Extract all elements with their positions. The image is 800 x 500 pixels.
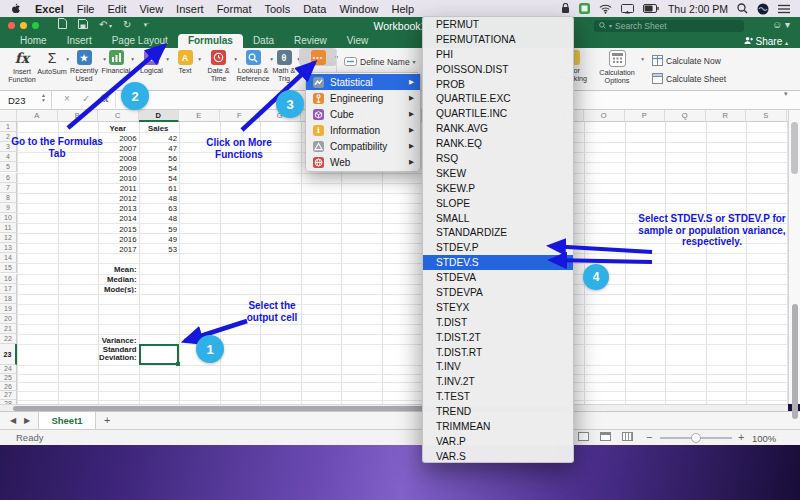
row-header-14[interactable]: 14 — [0, 253, 17, 263]
function-item-trimmean[interactable]: TRIMMEAN — [423, 419, 573, 434]
menu-item-web[interactable]: Web▶ — [306, 154, 420, 170]
menu-item-engineering[interactable]: Engineering▶ — [306, 90, 420, 106]
financial-button[interactable]: ▾Financial — [99, 50, 133, 75]
function-item-t-test[interactable]: T.TEST — [423, 389, 573, 404]
zoom-window-button[interactable] — [32, 22, 39, 29]
cell-c3[interactable]: 2007 — [99, 144, 137, 152]
cell-c13[interactable]: 2017 — [99, 245, 137, 253]
row-header-15[interactable]: 15 — [0, 263, 17, 273]
wifi-icon[interactable] — [599, 4, 612, 14]
column-header-b[interactable]: B — [58, 110, 99, 122]
row-header-6[interactable]: 6 — [0, 173, 17, 183]
tab-view[interactable]: View — [337, 34, 379, 48]
function-item-var-s[interactable]: VAR.S — [423, 449, 573, 463]
date-time-button[interactable]: ▾Date & Time — [201, 50, 236, 83]
calculate-sheet-button[interactable]: Calculate Sheet — [652, 73, 726, 84]
row-header-4[interactable]: 4 — [0, 152, 17, 162]
selected-cell-d23[interactable] — [139, 344, 180, 365]
lookup-reference-button[interactable]: ▾Lookup & Reference — [234, 50, 272, 83]
function-item-permutationa[interactable]: PERMUTATIONA — [423, 32, 573, 47]
insert-function-fx-icon[interactable]: fx — [99, 93, 108, 104]
menu-tools[interactable]: Tools — [264, 3, 290, 15]
row-header-1[interactable]: 1 — [0, 122, 17, 132]
logical-button[interactable]: ?▾Logical — [135, 50, 168, 75]
cell-c2[interactable]: 2006 — [99, 134, 137, 142]
cell-d1[interactable]: Sales — [140, 124, 178, 132]
prev-sheet-icon[interactable]: ◀ — [10, 416, 16, 425]
function-item-t-dist-rt[interactable]: T.DIST.RT — [423, 345, 573, 360]
select-all-corner[interactable] — [0, 110, 17, 122]
function-item-t-dist-2t[interactable]: T.DIST.2T — [423, 330, 573, 345]
menu-item-cube[interactable]: Cube▶ — [306, 106, 420, 122]
column-header-e[interactable]: E — [179, 110, 220, 122]
row-header-11[interactable]: 11 — [0, 223, 17, 233]
siri-icon[interactable] — [757, 3, 769, 15]
menu-insert[interactable]: Insert — [176, 3, 204, 15]
add-sheet-button[interactable]: + — [104, 414, 110, 426]
row-header-19[interactable]: 19 — [0, 304, 17, 314]
function-item-t-dist[interactable]: T.DIST — [423, 315, 573, 330]
row-header-27[interactable]: 27 — [0, 391, 17, 400]
column-header-q[interactable]: Q — [665, 110, 706, 122]
tab-review[interactable]: Review — [284, 34, 337, 48]
cell-c8[interactable]: 2012 — [99, 194, 137, 202]
cell-d9[interactable]: 63 — [140, 204, 178, 212]
tab-formulas[interactable]: Formulas — [178, 34, 243, 48]
notification-center-icon[interactable] — [778, 4, 790, 14]
display-icon[interactable] — [621, 4, 634, 14]
sheet-tab-sheet1[interactable]: Sheet1 — [38, 412, 96, 429]
apple-icon[interactable] — [10, 2, 21, 15]
row-header-17[interactable]: 17 — [0, 284, 17, 294]
row-header-2[interactable]: 2 — [0, 132, 17, 142]
column-header-p[interactable]: P — [625, 110, 666, 122]
row-header-8[interactable]: 8 — [0, 193, 17, 203]
row-header-16[interactable]: 16 — [0, 274, 17, 284]
zoom-out-icon[interactable]: − — [646, 431, 652, 443]
cell-c4[interactable]: 2008 — [99, 154, 137, 162]
cell-c16[interactable]: Median: — [99, 275, 137, 283]
function-item-steyx[interactable]: STEYX — [423, 300, 573, 315]
row-header-22[interactable]: 22 — [0, 334, 17, 344]
menu-format[interactable]: Format — [217, 3, 252, 15]
row-header-23[interactable]: 23 — [0, 344, 17, 365]
row-header-5[interactable]: 5 — [0, 162, 17, 172]
cell-c11[interactable]: 2015 — [99, 225, 137, 233]
function-item-rank-avg[interactable]: RANK.AVG — [423, 121, 573, 136]
column-header-a[interactable]: A — [17, 110, 58, 122]
cell-d2[interactable]: 42 — [140, 134, 178, 142]
function-item-trend[interactable]: TREND — [423, 404, 573, 419]
row-header-25[interactable]: 25 — [0, 374, 17, 383]
feedback-smiley-icon[interactable]: ☺ ▾ — [772, 19, 790, 30]
function-item-stdev-p[interactable]: STDEV.P — [423, 240, 573, 255]
cell-d5[interactable]: 54 — [140, 164, 178, 172]
column-header-r[interactable]: R — [706, 110, 747, 122]
tab-home[interactable]: Home — [10, 34, 57, 48]
menu-extra-icon[interactable] — [579, 3, 590, 14]
function-item-stdev-s[interactable]: STDEV.S — [423, 255, 573, 270]
row-header-21[interactable]: 21 — [0, 324, 17, 334]
text-button[interactable]: A▾Text — [170, 50, 200, 75]
tab-data[interactable]: Data — [243, 34, 284, 48]
cell-d6[interactable]: 54 — [140, 174, 178, 182]
cell-d12[interactable]: 49 — [140, 235, 178, 243]
page-layout-view-icon[interactable] — [600, 432, 611, 441]
redo-icon[interactable]: ↻ — [123, 19, 131, 30]
menu-item-information[interactable]: iInformation▶ — [306, 122, 420, 138]
function-item-standardize[interactable]: STANDARDIZE — [423, 225, 573, 240]
cell-d8[interactable]: 48 — [140, 194, 178, 202]
clock-text[interactable]: Thu 2:00 PM — [668, 3, 728, 15]
zoom-in-icon[interactable]: + — [738, 431, 744, 443]
cell-d11[interactable]: 59 — [140, 225, 178, 233]
menu-window[interactable]: Window — [339, 3, 378, 15]
tab-insert[interactable]: Insert — [57, 34, 102, 48]
search-sheet-input[interactable]: ▾ Search Sheet — [594, 20, 744, 32]
cell-d3[interactable]: 47 — [140, 144, 178, 152]
next-sheet-icon[interactable]: ▶ — [24, 416, 30, 425]
column-header-c[interactable]: C — [98, 110, 139, 122]
row-header-3[interactable]: 3 — [0, 142, 17, 152]
menu-view[interactable]: View — [139, 3, 163, 15]
function-item-prob[interactable]: PROB — [423, 77, 573, 92]
menu-data[interactable]: Data — [303, 3, 326, 15]
horizontal-scrollbar[interactable] — [0, 404, 788, 411]
selection-fill-handle[interactable] — [176, 362, 180, 366]
